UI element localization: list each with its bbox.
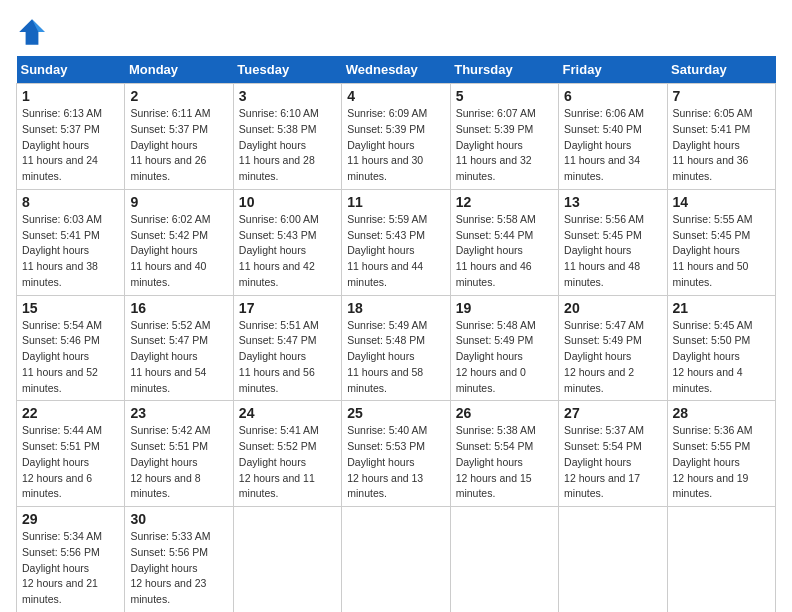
day-info: Sunrise: 6:11 AMSunset: 5:37 PMDaylight …	[130, 106, 227, 185]
day-info: Sunrise: 5:48 AMSunset: 5:49 PMDaylight …	[456, 318, 553, 397]
calendar-cell	[450, 507, 558, 613]
calendar-cell: 30Sunrise: 5:33 AMSunset: 5:56 PMDayligh…	[125, 507, 233, 613]
day-number: 22	[22, 405, 119, 421]
day-number: 24	[239, 405, 336, 421]
day-info: Sunrise: 5:34 AMSunset: 5:56 PMDaylight …	[22, 529, 119, 608]
day-info: Sunrise: 5:40 AMSunset: 5:53 PMDaylight …	[347, 423, 444, 502]
calendar-cell: 4Sunrise: 6:09 AMSunset: 5:39 PMDaylight…	[342, 84, 450, 190]
day-number: 16	[130, 300, 227, 316]
calendar-cell	[342, 507, 450, 613]
day-number: 19	[456, 300, 553, 316]
day-number: 21	[673, 300, 770, 316]
week-row-4: 22Sunrise: 5:44 AMSunset: 5:51 PMDayligh…	[17, 401, 776, 507]
day-info: Sunrise: 6:09 AMSunset: 5:39 PMDaylight …	[347, 106, 444, 185]
day-number: 1	[22, 88, 119, 104]
calendar-cell: 15Sunrise: 5:54 AMSunset: 5:46 PMDayligh…	[17, 295, 125, 401]
week-row-3: 15Sunrise: 5:54 AMSunset: 5:46 PMDayligh…	[17, 295, 776, 401]
day-info: Sunrise: 5:33 AMSunset: 5:56 PMDaylight …	[130, 529, 227, 608]
calendar-cell: 28Sunrise: 5:36 AMSunset: 5:55 PMDayligh…	[667, 401, 775, 507]
day-number: 17	[239, 300, 336, 316]
day-info: Sunrise: 6:07 AMSunset: 5:39 PMDaylight …	[456, 106, 553, 185]
day-number: 15	[22, 300, 119, 316]
day-info: Sunrise: 5:38 AMSunset: 5:54 PMDaylight …	[456, 423, 553, 502]
day-number: 28	[673, 405, 770, 421]
day-info: Sunrise: 6:06 AMSunset: 5:40 PMDaylight …	[564, 106, 661, 185]
day-number: 30	[130, 511, 227, 527]
day-info: Sunrise: 5:59 AMSunset: 5:43 PMDaylight …	[347, 212, 444, 291]
calendar-cell: 26Sunrise: 5:38 AMSunset: 5:54 PMDayligh…	[450, 401, 558, 507]
day-info: Sunrise: 5:56 AMSunset: 5:45 PMDaylight …	[564, 212, 661, 291]
day-info: Sunrise: 5:45 AMSunset: 5:50 PMDaylight …	[673, 318, 770, 397]
day-info: Sunrise: 6:13 AMSunset: 5:37 PMDaylight …	[22, 106, 119, 185]
week-row-5: 29Sunrise: 5:34 AMSunset: 5:56 PMDayligh…	[17, 507, 776, 613]
page-header	[16, 16, 776, 48]
day-info: Sunrise: 6:02 AMSunset: 5:42 PMDaylight …	[130, 212, 227, 291]
day-number: 4	[347, 88, 444, 104]
calendar-cell: 22Sunrise: 5:44 AMSunset: 5:51 PMDayligh…	[17, 401, 125, 507]
day-number: 12	[456, 194, 553, 210]
day-info: Sunrise: 5:54 AMSunset: 5:46 PMDaylight …	[22, 318, 119, 397]
day-number: 8	[22, 194, 119, 210]
calendar-cell: 10Sunrise: 6:00 AMSunset: 5:43 PMDayligh…	[233, 189, 341, 295]
weekday-header-sunday: Sunday	[17, 56, 125, 84]
calendar-cell: 14Sunrise: 5:55 AMSunset: 5:45 PMDayligh…	[667, 189, 775, 295]
weekday-header-tuesday: Tuesday	[233, 56, 341, 84]
calendar-cell: 9Sunrise: 6:02 AMSunset: 5:42 PMDaylight…	[125, 189, 233, 295]
day-info: Sunrise: 5:44 AMSunset: 5:51 PMDaylight …	[22, 423, 119, 502]
day-info: Sunrise: 6:10 AMSunset: 5:38 PMDaylight …	[239, 106, 336, 185]
day-number: 23	[130, 405, 227, 421]
day-number: 27	[564, 405, 661, 421]
weekday-header-thursday: Thursday	[450, 56, 558, 84]
day-info: Sunrise: 5:49 AMSunset: 5:48 PMDaylight …	[347, 318, 444, 397]
calendar-table: SundayMondayTuesdayWednesdayThursdayFrid…	[16, 56, 776, 612]
calendar-cell: 27Sunrise: 5:37 AMSunset: 5:54 PMDayligh…	[559, 401, 667, 507]
day-info: Sunrise: 6:00 AMSunset: 5:43 PMDaylight …	[239, 212, 336, 291]
weekday-header-wednesday: Wednesday	[342, 56, 450, 84]
week-row-2: 8Sunrise: 6:03 AMSunset: 5:41 PMDaylight…	[17, 189, 776, 295]
day-number: 20	[564, 300, 661, 316]
day-info: Sunrise: 5:47 AMSunset: 5:49 PMDaylight …	[564, 318, 661, 397]
day-number: 29	[22, 511, 119, 527]
calendar-cell: 6Sunrise: 6:06 AMSunset: 5:40 PMDaylight…	[559, 84, 667, 190]
day-info: Sunrise: 5:55 AMSunset: 5:45 PMDaylight …	[673, 212, 770, 291]
calendar-cell: 8Sunrise: 6:03 AMSunset: 5:41 PMDaylight…	[17, 189, 125, 295]
weekday-header-monday: Monday	[125, 56, 233, 84]
week-row-1: 1Sunrise: 6:13 AMSunset: 5:37 PMDaylight…	[17, 84, 776, 190]
day-number: 7	[673, 88, 770, 104]
weekday-header-saturday: Saturday	[667, 56, 775, 84]
calendar-cell: 16Sunrise: 5:52 AMSunset: 5:47 PMDayligh…	[125, 295, 233, 401]
day-info: Sunrise: 5:42 AMSunset: 5:51 PMDaylight …	[130, 423, 227, 502]
day-info: Sunrise: 5:52 AMSunset: 5:47 PMDaylight …	[130, 318, 227, 397]
calendar-cell: 19Sunrise: 5:48 AMSunset: 5:49 PMDayligh…	[450, 295, 558, 401]
weekday-header-friday: Friday	[559, 56, 667, 84]
calendar-cell: 17Sunrise: 5:51 AMSunset: 5:47 PMDayligh…	[233, 295, 341, 401]
calendar-cell: 25Sunrise: 5:40 AMSunset: 5:53 PMDayligh…	[342, 401, 450, 507]
calendar-cell: 18Sunrise: 5:49 AMSunset: 5:48 PMDayligh…	[342, 295, 450, 401]
logo	[16, 16, 52, 48]
calendar-cell: 20Sunrise: 5:47 AMSunset: 5:49 PMDayligh…	[559, 295, 667, 401]
day-number: 11	[347, 194, 444, 210]
day-info: Sunrise: 5:41 AMSunset: 5:52 PMDaylight …	[239, 423, 336, 502]
day-number: 25	[347, 405, 444, 421]
day-number: 18	[347, 300, 444, 316]
day-number: 9	[130, 194, 227, 210]
calendar-cell: 12Sunrise: 5:58 AMSunset: 5:44 PMDayligh…	[450, 189, 558, 295]
calendar-cell: 2Sunrise: 6:11 AMSunset: 5:37 PMDaylight…	[125, 84, 233, 190]
day-info: Sunrise: 6:03 AMSunset: 5:41 PMDaylight …	[22, 212, 119, 291]
day-number: 6	[564, 88, 661, 104]
day-info: Sunrise: 5:51 AMSunset: 5:47 PMDaylight …	[239, 318, 336, 397]
calendar-cell: 23Sunrise: 5:42 AMSunset: 5:51 PMDayligh…	[125, 401, 233, 507]
day-number: 5	[456, 88, 553, 104]
calendar-cell: 24Sunrise: 5:41 AMSunset: 5:52 PMDayligh…	[233, 401, 341, 507]
calendar-cell: 5Sunrise: 6:07 AMSunset: 5:39 PMDaylight…	[450, 84, 558, 190]
calendar-cell: 7Sunrise: 6:05 AMSunset: 5:41 PMDaylight…	[667, 84, 775, 190]
calendar-cell	[233, 507, 341, 613]
weekday-header-row: SundayMondayTuesdayWednesdayThursdayFrid…	[17, 56, 776, 84]
day-info: Sunrise: 6:05 AMSunset: 5:41 PMDaylight …	[673, 106, 770, 185]
calendar-cell: 11Sunrise: 5:59 AMSunset: 5:43 PMDayligh…	[342, 189, 450, 295]
day-info: Sunrise: 5:36 AMSunset: 5:55 PMDaylight …	[673, 423, 770, 502]
calendar-cell: 13Sunrise: 5:56 AMSunset: 5:45 PMDayligh…	[559, 189, 667, 295]
calendar-cell	[559, 507, 667, 613]
calendar-cell: 21Sunrise: 5:45 AMSunset: 5:50 PMDayligh…	[667, 295, 775, 401]
logo-icon	[16, 16, 48, 48]
